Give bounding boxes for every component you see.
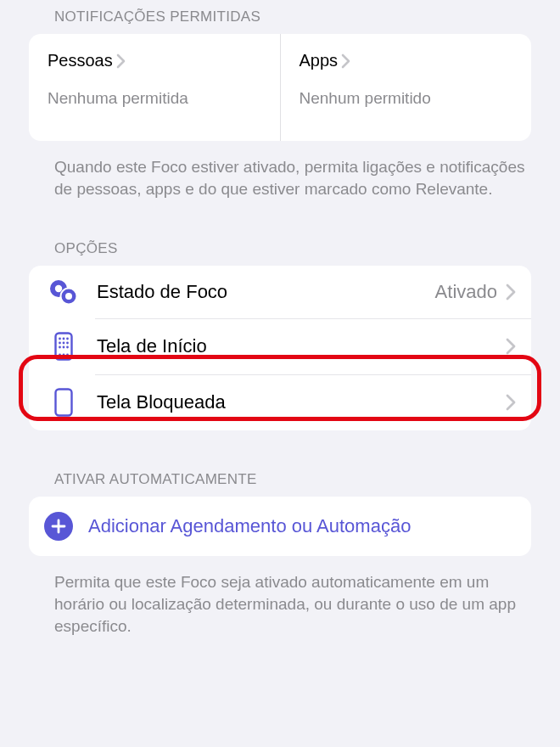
- svg-point-15: [63, 354, 65, 357]
- people-subtitle: Nenhuma permitida: [48, 89, 261, 108]
- home-screen-row[interactable]: Tela de Início: [29, 318, 531, 374]
- plus-circle-icon: [44, 512, 73, 541]
- home-screen-label: Tela de Início: [97, 335, 506, 357]
- options-header: OPÇÕES: [0, 240, 560, 266]
- options-card: Estado de Foco Ativado Tela: [29, 266, 531, 430]
- svg-point-5: [59, 338, 61, 340]
- auto-card: Adicionar Agendamento ou Automação: [29, 497, 531, 556]
- add-schedule-label: Adicionar Agendamento ou Automação: [88, 515, 411, 537]
- lock-screen-row[interactable]: Tela Bloqueada: [29, 374, 531, 430]
- chevron-right-icon: [506, 284, 516, 300]
- add-schedule-row[interactable]: Adicionar Agendamento ou Automação: [29, 497, 531, 556]
- chevron-right-icon: [506, 338, 516, 355]
- svg-point-1: [55, 285, 62, 292]
- svg-point-3: [65, 293, 72, 300]
- svg-point-10: [66, 342, 69, 345]
- svg-point-14: [59, 354, 61, 357]
- auto-activate-header: ATIVAR AUTOMATICAMENTE: [0, 471, 560, 497]
- lock-screen-label: Tela Bloqueada: [97, 391, 506, 413]
- svg-point-9: [63, 342, 65, 345]
- chevron-right-icon: [341, 53, 350, 69]
- allowed-footer-text: Quando este Foco estiver ativado, permit…: [0, 141, 560, 199]
- allowed-notifications-header: NOTIFICAÇÕES PERMITIDAS: [0, 0, 560, 34]
- apps-cell[interactable]: Apps Nenhum permitido: [281, 34, 532, 141]
- people-cell[interactable]: Pessoas Nenhuma permitida: [29, 34, 281, 141]
- svg-point-11: [59, 346, 61, 349]
- svg-point-12: [63, 346, 65, 349]
- chevron-right-icon: [116, 53, 126, 69]
- svg-rect-17: [56, 390, 72, 416]
- apps-subtitle: Nenhum permitido: [300, 89, 513, 108]
- allowed-card: Pessoas Nenhuma permitida Apps Nenhum pe…: [29, 34, 531, 141]
- svg-point-8: [59, 342, 61, 345]
- focus-status-icon: [44, 279, 83, 305]
- people-title: Pessoas: [48, 51, 113, 70]
- svg-point-13: [66, 346, 69, 349]
- svg-point-16: [66, 354, 69, 357]
- svg-point-6: [63, 338, 65, 340]
- home-screen-icon: [44, 332, 83, 361]
- svg-point-7: [66, 338, 69, 340]
- focus-status-label: Estado de Foco: [97, 281, 435, 303]
- auto-footer-text: Permita que este Foco seja ativado autom…: [0, 556, 560, 637]
- lock-screen-icon: [44, 388, 83, 417]
- focus-status-value: Ativado: [435, 281, 497, 303]
- focus-status-row[interactable]: Estado de Foco Ativado: [29, 266, 531, 318]
- apps-title: Apps: [300, 51, 339, 70]
- chevron-right-icon: [506, 394, 516, 411]
